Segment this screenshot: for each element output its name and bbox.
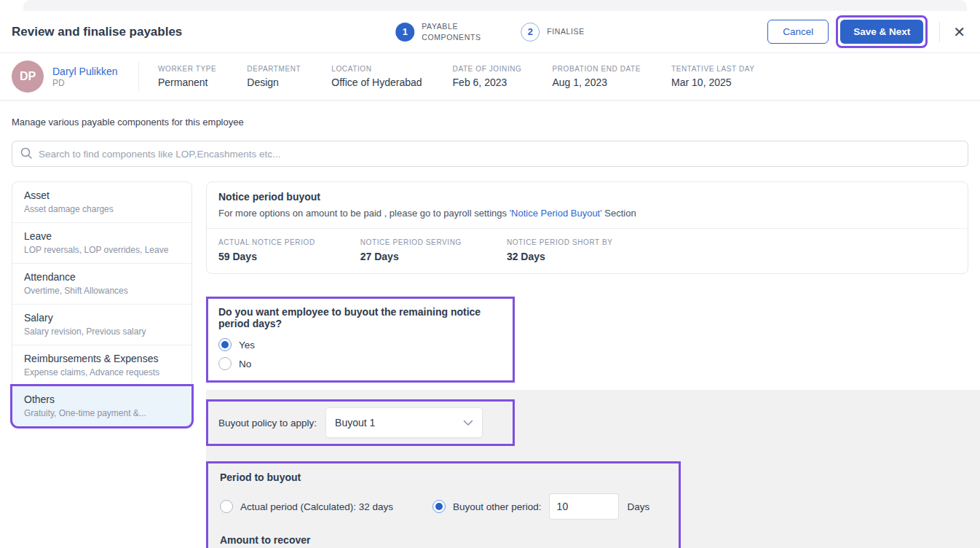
notice-period-buyout-link[interactable]: 'Notice Period Buyout' bbox=[510, 208, 602, 219]
sidebar-item-title: Others bbox=[24, 394, 180, 405]
step-2-label: FINALISE bbox=[547, 26, 584, 36]
actual-period-option[interactable]: Actual period (Calculated): 32 days bbox=[220, 500, 432, 513]
buyout-policy-selected-value: Buyout 1 bbox=[335, 417, 463, 428]
field-value: Permanent bbox=[158, 77, 216, 88]
field-value: Design bbox=[247, 77, 301, 88]
sidebar-item-subtitle: Gratuity, One-time payment &... bbox=[24, 408, 180, 418]
other-period-label: Buyout other period: bbox=[453, 501, 542, 512]
buyout-question: Do you want employee to buyout the remai… bbox=[218, 306, 502, 329]
buyout-question-box: Do you want employee to buyout the remai… bbox=[206, 297, 515, 383]
field-label: TENTATIVE LAST DAY bbox=[671, 65, 755, 73]
description-suffix: Section bbox=[602, 208, 636, 219]
buyout-settings-section: Buyout policy to apply: Buyout 1 Period … bbox=[206, 390, 980, 548]
sidebar-item-subtitle: Overtime, Shift Allowances bbox=[24, 286, 180, 296]
cancel-button[interactable]: Cancel bbox=[767, 20, 829, 44]
field-value: Office of Hyderabad bbox=[331, 77, 422, 88]
radio-actual-period-icon[interactable] bbox=[220, 500, 233, 513]
stat-label: ACTUAL NOTICE PERIOD bbox=[218, 238, 315, 246]
field-worker-type: WORKER TYPE Permanent bbox=[158, 65, 216, 88]
payables-body: Asset Asset damage charges Leave LOP rev… bbox=[0, 167, 980, 548]
sidebar-item-subtitle: Salary revision, Previous salary bbox=[24, 326, 180, 337]
period-options-row: Actual period (Calculated): 32 days Buyo… bbox=[220, 493, 667, 520]
stat-notice-period-short-by: NOTICE PERIOD SHORT BY 32 Days bbox=[507, 238, 613, 262]
step-2-circle: 2 bbox=[521, 23, 540, 42]
stat-value: 59 Days bbox=[218, 251, 315, 262]
radio-yes-icon[interactable] bbox=[218, 338, 232, 351]
amount-to-recover-title: Amount to recover bbox=[220, 534, 667, 546]
annotation-box-save: Save & Next bbox=[836, 15, 928, 48]
field-label: DEPARTMENT bbox=[247, 65, 301, 73]
buyout-policy-select[interactable]: Buyout 1 bbox=[325, 407, 483, 438]
period-to-buyout-title: Period to buyout bbox=[220, 471, 667, 483]
employee-identity: Daryl Pulikken PD bbox=[52, 65, 138, 88]
step-1-label: PAYABLE COMPONENTS bbox=[422, 21, 502, 42]
modal-header: Review and finalise payables 1 PAYABLE C… bbox=[0, 11, 980, 52]
search-input[interactable] bbox=[12, 141, 968, 167]
step-1-circle: 1 bbox=[395, 23, 414, 42]
field-probation-end-date: PROBATION END DATE Aug 1, 2023 bbox=[553, 65, 641, 88]
sidebar-item-subtitle: Asset damage charges bbox=[24, 204, 180, 214]
radio-no-icon[interactable] bbox=[218, 357, 232, 370]
page-behind-modal bbox=[23, 0, 967, 11]
other-period-input[interactable] bbox=[549, 493, 619, 520]
period-and-amount-box: Period to buyout Actual period (Calculat… bbox=[206, 461, 681, 548]
field-department: DEPARTMENT Design bbox=[247, 65, 301, 88]
stepper: 1 PAYABLE COMPONENTS 2 FINALISE bbox=[395, 21, 584, 42]
sidebar-item-title: Salary bbox=[24, 312, 180, 324]
sidebar-item-reimbursements[interactable]: Reimbursements & Expenses Expense claims… bbox=[12, 345, 191, 386]
sidebar-item-asset[interactable]: Asset Asset damage charges bbox=[12, 182, 191, 223]
notice-period-buyout-card: Notice period buyout For more options on… bbox=[206, 181, 968, 274]
stat-value: 27 Days bbox=[360, 251, 462, 262]
buyout-policy-label: Buyout policy to apply: bbox=[218, 418, 317, 428]
sidebar-item-others[interactable]: Others Gratuity, One-time payment &... bbox=[12, 386, 191, 426]
buyout-no-option[interactable]: No bbox=[218, 357, 502, 370]
field-label: LOCATION bbox=[331, 65, 422, 73]
stat-label: NOTICE PERIOD SERVING bbox=[360, 238, 462, 246]
field-value: Aug 1, 2023 bbox=[553, 77, 641, 88]
sidebar-item-subtitle: LOP reversals, LOP overrides, Leave bbox=[24, 245, 180, 255]
field-date-of-joining: DATE OF JOINING Feb 6, 2023 bbox=[453, 65, 522, 88]
sidebar-item-subtitle: Expense claims, Advance requests bbox=[24, 367, 180, 377]
component-search bbox=[12, 141, 968, 167]
step-payable-components[interactable]: 1 PAYABLE COMPONENTS bbox=[395, 21, 502, 42]
description-prefix: For more options on amount to be paid , … bbox=[218, 208, 510, 219]
sidebar-item-title: Reimbursements & Expenses bbox=[24, 353, 180, 364]
notice-card-title: Notice period buyout bbox=[218, 191, 956, 203]
field-tentative-last-day: TENTATIVE LAST DAY Mar 10, 2025 bbox=[671, 65, 755, 88]
buyout-yes-option[interactable]: Yes bbox=[218, 338, 502, 351]
employee-name-link[interactable]: Daryl Pulikken bbox=[52, 65, 138, 78]
employee-code: PD bbox=[52, 78, 138, 88]
radio-yes-label: Yes bbox=[239, 340, 255, 351]
save-next-button[interactable]: Save & Next bbox=[840, 20, 923, 44]
chevron-down-icon bbox=[463, 416, 473, 429]
buyout-other-period-option[interactable]: Buyout other period: Days bbox=[432, 493, 649, 520]
field-label: PROBATION END DATE bbox=[553, 65, 641, 73]
header-divider bbox=[939, 22, 940, 42]
field-value: Mar 10, 2025 bbox=[671, 77, 755, 88]
search-icon bbox=[20, 146, 33, 163]
sidebar-item-title: Attendance bbox=[24, 271, 180, 283]
sidebar-item-salary[interactable]: Salary Salary revision, Previous salary bbox=[12, 305, 191, 345]
sidebar-item-attendance[interactable]: Attendance Overtime, Shift Allowances bbox=[12, 264, 191, 305]
close-icon[interactable]: ✕ bbox=[950, 22, 968, 42]
sidebar-item-leave[interactable]: Leave LOP reversals, LOP overrides, Leav… bbox=[12, 223, 191, 264]
field-label: WORKER TYPE bbox=[158, 65, 216, 73]
stat-value: 32 Days bbox=[507, 251, 613, 262]
actual-period-label: Actual period (Calculated): 32 days bbox=[240, 501, 393, 512]
header-actions: Cancel Save & Next ✕ bbox=[767, 15, 968, 48]
others-panel: Notice period buyout For more options on… bbox=[206, 181, 968, 548]
intro-text: Manage various payable components for th… bbox=[0, 101, 980, 128]
field-location: LOCATION Office of Hyderabad bbox=[331, 65, 422, 88]
step-finalise[interactable]: 2 FINALISE bbox=[521, 23, 584, 42]
radio-other-period-icon[interactable] bbox=[432, 500, 446, 513]
modal-top-edge bbox=[0, 0, 980, 11]
notice-stats-row: ACTUAL NOTICE PERIOD 59 Days NOTICE PERI… bbox=[207, 229, 968, 273]
days-unit-label: Days bbox=[628, 501, 650, 512]
notice-card-header: Notice period buyout For more options on… bbox=[207, 182, 968, 229]
stat-notice-period-serving: NOTICE PERIOD SERVING 27 Days bbox=[360, 238, 462, 262]
employee-bar-divider bbox=[138, 62, 139, 91]
stat-label: NOTICE PERIOD SHORT BY bbox=[507, 238, 613, 246]
sidebar-item-title: Asset bbox=[24, 189, 180, 201]
field-label: DATE OF JOINING bbox=[453, 65, 522, 73]
page-title: Review and finalise payables bbox=[12, 25, 182, 39]
